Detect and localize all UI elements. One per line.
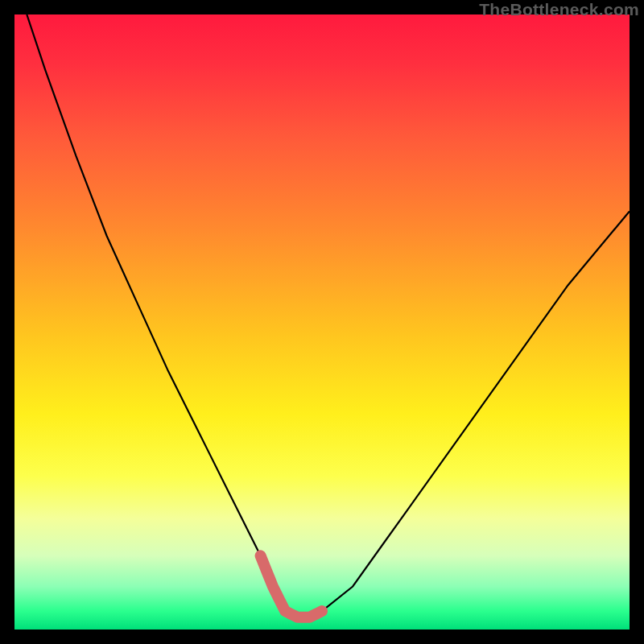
trough-highlight [261,555,322,617]
curve-layer [14,14,630,630]
chart-frame: TheBottleneck.com [0,0,644,644]
bottleneck-curve [27,14,630,617]
plot-area [14,14,630,630]
watermark-text: TheBottleneck.com [479,0,639,19]
